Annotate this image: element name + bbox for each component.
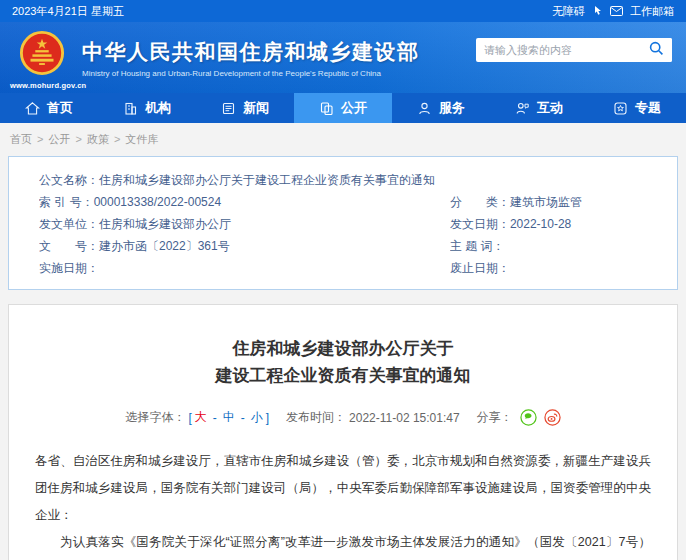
- meta-issuing-unit: 发文单位：住房和城乡建设部办公厅: [39, 213, 450, 235]
- nav-label: 专题: [635, 99, 661, 117]
- accessibility-link[interactable]: 无障碍: [552, 4, 585, 19]
- mail-icon: [610, 6, 623, 16]
- page: 2023年4月21日 星期五 无障碍 工作邮箱 www.mohurd.gov: [0, 0, 686, 560]
- meta-doc-name: 公文名称：住房和城乡建设部办公厅关于建设工程企业资质有关事宜的通知: [39, 169, 450, 191]
- meta-label: 索 引 号：: [39, 195, 94, 209]
- breadcrumb-disclosure[interactable]: 公开: [48, 133, 70, 145]
- nav-item-topics[interactable]: 专题: [588, 93, 686, 123]
- news-icon: [221, 101, 236, 116]
- meta-doc-number: 文 号：建办市函〔2022〕361号: [39, 235, 450, 257]
- meta-category: 分 类：建筑市场监管: [450, 191, 677, 213]
- document-meta-row: 选择字体：[大-中-小] 发布时间：2022-11-02 15:01:47 分享…: [35, 409, 651, 426]
- star-badge-icon: [613, 101, 628, 116]
- weibo-share-icon[interactable]: [544, 409, 561, 426]
- dash: -: [241, 411, 245, 425]
- topbar-date: 2023年4月21日 星期五: [12, 4, 124, 19]
- nav-label: 服务: [439, 99, 465, 117]
- breadcrumb-library[interactable]: 文件库: [125, 133, 158, 145]
- nav-label: 新闻: [243, 99, 269, 117]
- meta-label: 发文日期：: [450, 217, 510, 231]
- document-title: 住房和城乡建设部办公厅关于 建设工程企业资质有关事宜的通知: [35, 335, 651, 389]
- paragraph-preamble: 为认真落实《国务院关于深化“证照分离”改革进一步激发市场主体发展活力的通知》（国…: [35, 529, 651, 560]
- meta-value: 住房和城乡建设部办公厅关于建设工程企业资质有关事宜的通知: [99, 173, 435, 187]
- meta-spacer: [450, 169, 677, 191]
- meta-value: 建办市函〔2022〕361号: [99, 239, 230, 253]
- font-size-large[interactable]: 大: [195, 409, 207, 426]
- nav-item-services[interactable]: 服务: [392, 93, 490, 123]
- interaction-icon: [515, 101, 530, 116]
- topbar: 2023年4月21日 星期五 无障碍 工作邮箱: [0, 0, 686, 22]
- publish-time: 2022-11-02 15:01:47: [349, 411, 460, 425]
- meta-abolition-date: 废止日期：: [450, 257, 677, 279]
- document-panel: 住房和城乡建设部办公厅关于 建设工程企业资质有关事宜的通知 选择字体：[大-中-…: [8, 304, 678, 560]
- breadcrumb-separator: >: [75, 133, 81, 145]
- breadcrumb-separator: >: [114, 133, 120, 145]
- meta-label: 废止日期：: [450, 261, 510, 275]
- meta-label: 分 类：: [450, 195, 510, 209]
- meta-value: 建筑市场监管: [510, 195, 582, 209]
- meta-label: 实施日期：: [39, 261, 99, 275]
- site-url: www.mohurd.gov.cn: [10, 81, 74, 90]
- font-size-small[interactable]: 小: [251, 409, 263, 426]
- site-header: www.mohurd.gov.cn 中华人民共和国住房和城乡建设部 Minist…: [0, 22, 686, 93]
- work-mailbox-link[interactable]: 工作邮箱: [630, 4, 674, 19]
- meta-label: 文 号：: [39, 239, 99, 253]
- hand-cursor-icon[interactable]: [592, 5, 603, 17]
- nav-item-organization[interactable]: 机构: [98, 93, 196, 123]
- font-size-label: 选择字体：: [125, 409, 185, 426]
- breadcrumb-home[interactable]: 首页: [10, 133, 32, 145]
- home-icon: [25, 101, 40, 116]
- documents-icon: [319, 101, 334, 116]
- meta-label: 主 题 词：: [450, 239, 505, 253]
- building-icon: [123, 101, 138, 116]
- main-nav: 首页 机构 新闻 公开 服务 互动 专题: [0, 93, 686, 123]
- paragraph-recipients: 各省、自治区住房和城乡建设厅，直辖市住房和城乡建设（管）委，北京市规划和自然资源…: [35, 448, 651, 529]
- site-title-en: Ministry of Housing and Urban-Rural Deve…: [82, 69, 420, 78]
- nav-item-news[interactable]: 新闻: [196, 93, 294, 123]
- national-emblem-icon: [19, 30, 65, 76]
- meta-implementation-date: 实施日期：: [39, 257, 450, 279]
- meta-value: 住房和城乡建设部办公厅: [99, 217, 231, 231]
- nav-label: 公开: [341, 99, 367, 117]
- nav-item-disclosure[interactable]: 公开: [294, 93, 392, 123]
- search-button[interactable]: [640, 38, 672, 62]
- search-box: [476, 38, 672, 62]
- nav-label: 互动: [537, 99, 563, 117]
- dash: -: [213, 411, 217, 425]
- breadcrumb: 首页>公开>政策>文件库: [0, 123, 686, 154]
- breadcrumb-policy[interactable]: 政策: [87, 133, 109, 145]
- meta-value: 000013338/2022-00524: [94, 195, 221, 209]
- wechat-share-icon[interactable]: [520, 409, 537, 426]
- nav-label: 首页: [47, 99, 73, 117]
- nav-label: 机构: [145, 99, 171, 117]
- bracket: [: [188, 411, 191, 425]
- nav-item-interaction[interactable]: 互动: [490, 93, 588, 123]
- search-icon: [649, 41, 664, 59]
- font-size-medium[interactable]: 中: [223, 409, 235, 426]
- meta-issue-date: 发文日期：2022-10-28: [450, 213, 677, 235]
- meta-label: 发文单位：: [39, 217, 99, 231]
- document-body: 各省、自治区住房和城乡建设厅，直辖市住房和城乡建设（管）委，北京市规划和自然资源…: [35, 448, 651, 560]
- publish-time-label: 发布时间：: [286, 409, 346, 426]
- document-title-line1: 住房和城乡建设部办公厅关于: [35, 335, 651, 362]
- nav-item-home[interactable]: 首页: [0, 93, 98, 123]
- bracket: ]: [266, 411, 269, 425]
- breadcrumb-separator: >: [37, 133, 43, 145]
- site-title: 中华人民共和国住房和城乡建设部: [82, 38, 420, 66]
- meta-label: 公文名称：: [39, 173, 99, 187]
- doc-meta-panel: 公文名称：住房和城乡建设部办公厅关于建设工程企业资质有关事宜的通知 索 引 号：…: [8, 156, 678, 290]
- meta-value: 2022-10-28: [510, 217, 571, 231]
- search-input[interactable]: [476, 44, 640, 56]
- document-title-line2: 建设工程企业资质有关事宜的通知: [35, 362, 651, 389]
- meta-subject-words: 主 题 词：: [450, 235, 677, 257]
- share-label: 分享：: [477, 409, 513, 426]
- service-person-icon: [417, 101, 432, 116]
- meta-index-number: 索 引 号：000013338/2022-00524: [39, 191, 450, 213]
